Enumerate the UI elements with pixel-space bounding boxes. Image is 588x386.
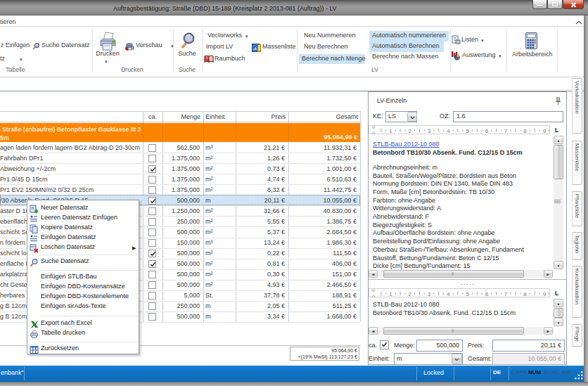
svg-text:6: 6 [485,291,489,297]
svg-text:3: 3 [428,291,431,297]
svg-text:4: 4 [447,291,450,297]
svg-text:1: 1 [389,291,392,297]
svg-text:1: 1 [389,128,392,134]
svg-text:4: 4 [447,128,450,134]
svg-text:2: 2 [409,291,412,297]
svg-text:8: 8 [523,128,527,134]
svg-text:9: 9 [543,128,547,134]
svg-text:5: 5 [466,128,469,134]
svg-text:7: 7 [504,291,508,297]
svg-text:9: 9 [543,291,547,297]
svg-text:2: 2 [409,128,412,134]
svg-text:7: 7 [504,128,508,134]
svg-text:6: 6 [485,128,489,134]
svg-text:5: 5 [466,291,469,297]
svg-text:8: 8 [523,291,527,297]
svg-text:3: 3 [428,128,431,134]
